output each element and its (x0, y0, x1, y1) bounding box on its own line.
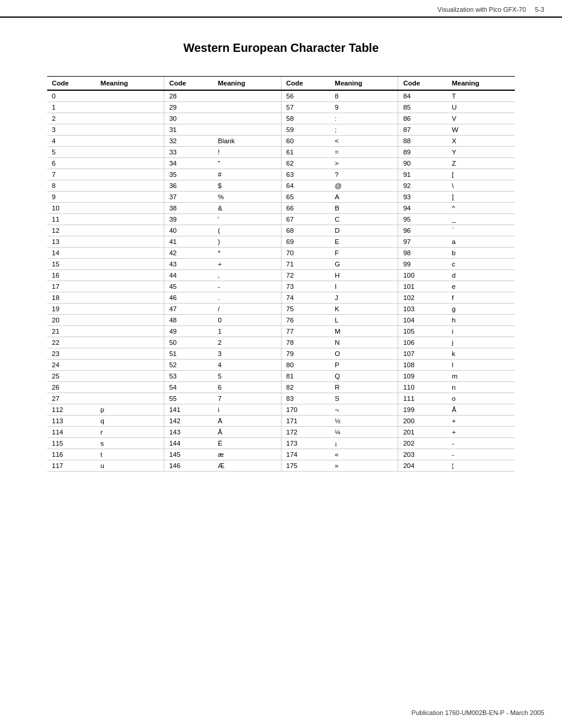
code-cell: 54 (164, 382, 213, 393)
table-row: 19 (47, 304, 164, 315)
code-cell: 20 (47, 315, 96, 326)
code-cell: 51 (164, 348, 213, 360)
table-row: 105i (398, 326, 515, 337)
code-cell: 84 (398, 90, 447, 102)
table-row: 110n (398, 382, 515, 393)
table-row: 99c (398, 259, 515, 270)
table-row: 68D (281, 225, 398, 236)
table-row: 11 (47, 214, 164, 225)
table-row: 32Blank (164, 136, 281, 147)
table-row: 171½ (281, 416, 398, 427)
table-row: 28 (164, 90, 281, 102)
table-row: 47/ (164, 304, 281, 315)
table-row: 146Æ (164, 460, 281, 472)
meaning-cell: 0 (213, 315, 281, 326)
code-cell: 4 (47, 136, 96, 147)
code-cell: 53 (164, 371, 213, 382)
code-cell: 67 (281, 214, 330, 225)
code-cell: 86 (398, 113, 447, 124)
table-row: 70F (281, 248, 398, 259)
code-cell: 32 (164, 136, 213, 147)
table-row: 27 (47, 393, 164, 404)
table-row: 79O (281, 348, 398, 360)
meaning-cell: < (330, 136, 398, 147)
meaning-cell (96, 214, 164, 225)
table-row: 21 (47, 326, 164, 337)
code-cell: 93 (398, 192, 447, 203)
table-row: 106j (398, 337, 515, 348)
code-cell: 95 (398, 214, 447, 225)
table-row: 201+ (398, 427, 515, 438)
meaning-cell (96, 169, 164, 180)
table-row: 29 (164, 102, 281, 113)
code-cell: 47 (164, 304, 213, 315)
code-cell: 26 (47, 382, 96, 393)
meaning-cell: ? (330, 169, 398, 180)
code-cell: 102 (398, 292, 447, 304)
code-cell: 49 (164, 326, 213, 337)
meaning-cell: N (330, 337, 398, 348)
meaning-cell: l (447, 360, 515, 371)
meaning-cell: S (330, 393, 398, 404)
meaning-cell: 6 (213, 382, 281, 393)
meaning-cell: Blank (213, 136, 281, 147)
table-row: 76L (281, 315, 398, 326)
code-cell: 92 (398, 180, 447, 192)
meaning-cell: [ (447, 169, 515, 180)
table-row: 170¬ (281, 404, 398, 416)
code-cell: 202 (398, 438, 447, 449)
meaning-cell (213, 124, 281, 136)
table-row: 91[ (398, 169, 515, 180)
meaning-cell: Q (330, 371, 398, 382)
code-cell: 0 (47, 90, 96, 102)
meaning-cell (96, 326, 164, 337)
code-cell: 48 (164, 315, 213, 326)
table-row: 203- (398, 449, 515, 460)
code-cell: 171 (281, 416, 330, 427)
table-row: 83S (281, 393, 398, 404)
table-row: 103g (398, 304, 515, 315)
code-cell: 33 (164, 147, 213, 158)
meaning-cell: I (330, 281, 398, 292)
code-cell: 144 (164, 438, 213, 449)
meaning-cell (96, 281, 164, 292)
code-cell: 7 (47, 169, 96, 180)
header: Visualization with Pico GFX-70 5-3 (0, 0, 562, 18)
meaning-cell: i (447, 326, 515, 337)
code-cell: 50 (164, 337, 213, 348)
meaning-cell (96, 304, 164, 315)
table-row: 17 (47, 281, 164, 292)
col-meaning-3: Meaning (330, 77, 398, 91)
code-cell: 145 (164, 449, 213, 460)
table-row: 10 (47, 203, 164, 214)
meaning-cell: p (96, 404, 164, 416)
table-row: 25 (47, 371, 164, 382)
meaning-cell: & (213, 203, 281, 214)
table-row: 4 (47, 136, 164, 147)
meaning-cell (96, 136, 164, 147)
meaning-cell: O (330, 348, 398, 360)
meaning-cell: Å (213, 427, 281, 438)
table-row: 100d (398, 270, 515, 281)
meaning-cell: ¬ (330, 404, 398, 416)
table-row: 97a (398, 236, 515, 248)
meaning-cell: » (330, 460, 398, 472)
table-row: 3 (47, 124, 164, 136)
meaning-cell (96, 192, 164, 203)
code-cell: 8 (47, 180, 96, 192)
meaning-cell (96, 371, 164, 382)
col-code-4: Code (398, 77, 447, 91)
meaning-cell: ! (213, 147, 281, 158)
table-row: 80P (281, 360, 398, 371)
meaning-cell: ) (213, 236, 281, 248)
table-row: 44, (164, 270, 281, 281)
table-row: 96` (398, 225, 515, 236)
meaning-cell: . (213, 292, 281, 304)
meaning-cell: q (96, 416, 164, 427)
table-row: 92\ (398, 180, 515, 192)
code-cell: 73 (281, 281, 330, 292)
table-row: 62> (281, 158, 398, 169)
table-row: 60< (281, 136, 398, 147)
meaning-cell (96, 337, 164, 348)
meaning-cell: f (447, 292, 515, 304)
